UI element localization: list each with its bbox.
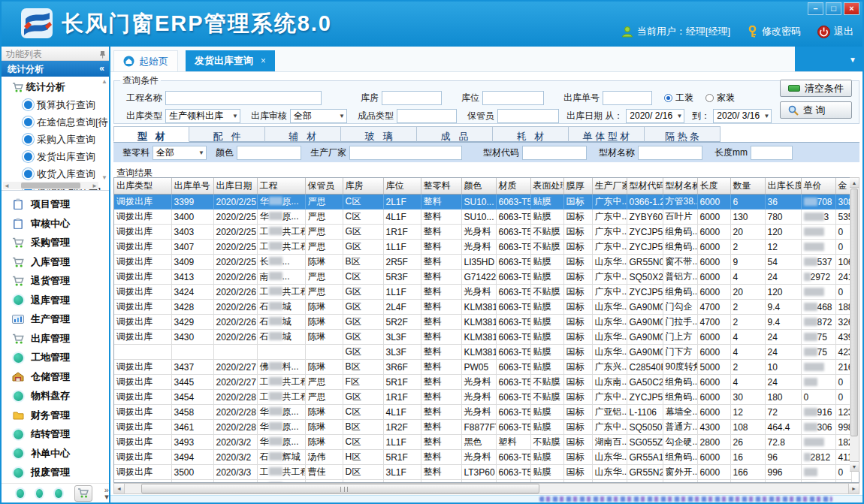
column-header[interactable]: 出库长度 — [765, 178, 801, 195]
table-row[interactable]: 调拨出库34452020/2/27工共工程严思F区5R1F整料光身料6063-T… — [114, 375, 851, 390]
table-row[interactable]: 调拨出库35002020/3/3工共工程曹佳D区3L1F整料LT3P606063… — [114, 465, 851, 480]
sidebar-item-报废管理[interactable]: 报废管理 — [2, 463, 109, 481]
table-row[interactable]: 调拨出库33992020/2/25华原...严思C区2L1F整料SU10...6… — [114, 195, 851, 210]
sidebar-item-项目管理[interactable]: 项目管理 — [2, 195, 109, 213]
cart-button[interactable] — [74, 485, 92, 502]
profile-code-input[interactable] — [522, 146, 587, 160]
date-from-select[interactable]: 2020/ 2/16▼ — [626, 109, 684, 123]
scroll-right-icon[interactable]: ► — [91, 183, 98, 189]
column-header[interactable]: 长度 — [697, 178, 730, 195]
radio-tooling[interactable]: 工装 — [664, 92, 693, 104]
column-header[interactable]: 金 — [835, 178, 851, 195]
material-tab[interactable]: 耗 材 — [493, 126, 569, 142]
profile-name-input[interactable] — [638, 146, 702, 160]
out-type-select[interactable]: 生产领料出库▼ — [165, 109, 240, 123]
table-row[interactable]: 调拨出库34092020/2/25长...陈琳B区2R5F整料LI35HD606… — [114, 255, 851, 270]
table-row[interactable]: 调拨出库34072020/2/25工共工程严思G区1L1F整料光身料6063-T… — [114, 240, 851, 255]
whole-part-select[interactable]: 全部▼ — [153, 146, 207, 160]
tree-hscroll-thumb[interactable] — [21, 183, 80, 189]
sidebar-item-退货管理[interactable]: 退货管理 — [2, 272, 109, 290]
table-row[interactable]: 调拨出库34032020/2/25工共工程严思G区1R1F整料光身料6063-T… — [114, 225, 851, 240]
tab-close-icon[interactable]: × — [261, 56, 266, 66]
scroll-left-icon[interactable]: ◄ — [3, 183, 11, 189]
table-row[interactable]: 调拨出库34302020/2/26石城陈琳G区3L3F整料KLM38176063… — [114, 330, 851, 345]
sidebar-item-生产管理[interactable]: 生产管理 — [2, 310, 109, 328]
clear-conditions-button[interactable]: 清空条件 — [780, 80, 852, 97]
keeper-input[interactable] — [497, 109, 559, 123]
vertical-scrollbar[interactable]: ▲ ▼ — [850, 177, 859, 472]
sidebar-item-入库管理[interactable]: 入库管理 — [2, 253, 109, 271]
manufacturer-input[interactable] — [349, 146, 462, 160]
sidebar-item-审核中心[interactable]: 审核中心 — [2, 215, 109, 233]
material-tab[interactable]: 配 件 — [189, 126, 265, 142]
table-row[interactable]: 调拨出库34372020/2/27佛料...陈琳B区3R6F整料PW056063… — [114, 360, 851, 375]
material-tab[interactable]: 玻 璃 — [341, 126, 417, 142]
column-header[interactable]: 数量 — [730, 178, 765, 195]
sidebar-item-财务管理[interactable]: 财务管理 — [2, 406, 109, 424]
sidebar-item-出库管理[interactable]: 出库管理 — [2, 330, 109, 348]
sidebar-item-仓储管理[interactable]: 仓储管理 — [2, 368, 109, 386]
vscroll-thumb[interactable] — [850, 189, 858, 436]
column-header[interactable]: 出库单号 — [171, 178, 213, 195]
minimize-button[interactable]: － — [808, 2, 823, 15]
tab-list-dropdown-icon[interactable]: ▼ — [849, 56, 856, 64]
tab-shipment-outbound-query[interactable]: 发货出库查询 × — [186, 50, 275, 71]
column-header[interactable]: 材质 — [496, 178, 530, 195]
logout-button[interactable]: 退出 — [817, 25, 853, 38]
column-header[interactable]: 单价 — [801, 178, 835, 195]
scroll-down-icon[interactable]: ▼ — [850, 461, 859, 471]
table-row[interactable]: 调拨出库34942020/3/2石辉城汤伟H区5R1F整料光身料6063-T5贴… — [114, 450, 851, 465]
dot-icon[interactable] — [17, 489, 24, 498]
scroll-up-icon[interactable]: ▲ — [850, 178, 859, 188]
table-row[interactable]: 调拨出库34932020/3/2华原...陈琳C区1L1F整料黑色塑料不贴膜国标… — [114, 435, 851, 450]
tree-item[interactable]: 收货入库查询 — [6, 165, 107, 183]
column-header[interactable]: 表面处理 — [530, 178, 563, 195]
column-header[interactable]: 型材代码 — [627, 178, 663, 195]
column-header[interactable]: 出库日期 — [213, 178, 257, 195]
tree-horizontal-scrollbar[interactable]: ◄ ► — [3, 182, 98, 189]
product-type-input[interactable] — [397, 109, 457, 123]
tree-item[interactable]: 采购入库查询 — [6, 131, 107, 148]
column-header[interactable]: 库位 — [383, 178, 421, 195]
more-items-button[interactable]: »▾ — [104, 487, 109, 500]
length-input[interactable] — [751, 146, 793, 160]
warehouse-input[interactable] — [382, 91, 442, 105]
hscroll-thumb[interactable] — [141, 484, 539, 493]
table-row[interactable]: 调拨出库34542020/2/28工共工程严思G区1R1F整料光身料6063-T… — [114, 390, 851, 405]
horizontal-scrollbar[interactable]: ◄ ► — [113, 483, 859, 494]
scroll-left-icon[interactable]: ◄ — [114, 484, 125, 493]
sidebar-item-退库管理[interactable]: 退库管理 — [2, 291, 109, 309]
table-row[interactable]: 调拨出库34292020/2/26石城陈琳G区5R2F整料KLM38176063… — [114, 315, 851, 330]
column-header[interactable]: 库房 — [343, 178, 383, 195]
table-row[interactable]: 调拨出库34002020/2/25华原...严思C区4L1F整料SU10...6… — [114, 210, 851, 225]
dot-icon[interactable] — [36, 489, 44, 498]
order-no-input[interactable] — [603, 91, 652, 105]
project-name-input[interactable] — [165, 91, 322, 105]
maximize-button[interactable]: □ — [826, 2, 841, 15]
collapse-icon[interactable]: « — [99, 63, 104, 77]
sidebar-item-工地管理[interactable]: 工地管理 — [2, 349, 109, 367]
table-row[interactable]: 调拨出库34282020/2/26石城陈琳G区2L4F整料KLM38176063… — [114, 300, 851, 315]
location-input[interactable] — [482, 91, 544, 105]
column-header[interactable]: 生产厂家 — [592, 178, 627, 195]
out-audit-select[interactable]: 全部▼ — [290, 109, 347, 123]
sidebar-item-结转管理[interactable]: 结转管理 — [2, 425, 109, 443]
scroll-right-icon[interactable]: ► — [848, 484, 859, 493]
column-header[interactable]: 整零料 — [421, 178, 461, 195]
tree-root-statistics[interactable]: 统计分析 — [6, 80, 107, 96]
tree-item[interactable]: 预算执行查询 — [6, 96, 107, 113]
table-row[interactable]: G区3L3F整料KLM38176063-T5贴膜国标山东华...GA90M09.… — [114, 345, 851, 360]
tree-vertical-scrollbar[interactable]: ▲▼ — [101, 78, 108, 181]
table-row[interactable]: 调拨出库34132020/2/26南...严思C区5R3F整料G71422606… — [114, 270, 851, 285]
change-password-button[interactable]: 修改密码 — [747, 25, 801, 38]
dot-icon[interactable] — [55, 489, 62, 498]
color-input[interactable] — [237, 146, 301, 160]
tab-home[interactable]: 起始页 — [113, 50, 178, 71]
column-header[interactable]: 颜色 — [461, 178, 496, 195]
material-tab[interactable]: 型 材 — [113, 126, 189, 142]
table-row[interactable]: 调拨出库34242020/2/26工共工程严思G区1L1F整料光身料6063-T… — [114, 285, 851, 300]
tree-item[interactable]: 发货出库查询 — [6, 148, 107, 165]
table-row[interactable]: 调拨出库34582020/2/28华原...陈琳C区4L1F整料光身料6063-… — [114, 405, 851, 420]
column-header[interactable]: 膜厚 — [563, 178, 592, 195]
material-tab[interactable]: 单 体 型 材 — [569, 126, 645, 142]
